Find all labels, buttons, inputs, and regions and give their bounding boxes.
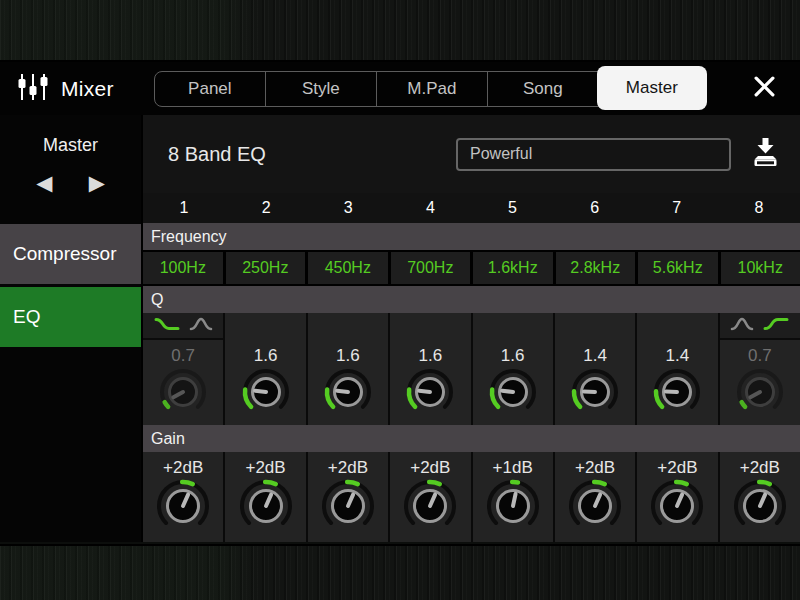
peak-icon[interactable]: [730, 316, 754, 336]
q-knob-band-8[interactable]: [734, 366, 786, 422]
q-value-band-6: 1.4: [583, 340, 607, 366]
q-knob-row: 0.71.61.61.61.61.41.40.7: [143, 313, 800, 425]
gain-value-band-7: +2dB: [657, 452, 697, 478]
filter-strip-spacer: [473, 313, 553, 340]
gain-value-band-8: +2dB: [740, 452, 780, 478]
tab-master[interactable]: Master: [597, 66, 707, 110]
tab-song[interactable]: Song: [487, 72, 598, 106]
eq-panel: 8 Band EQ Powerful: [143, 115, 800, 542]
gain-value-band-6: +2dB: [575, 452, 615, 478]
q-cell-band-6: 1.4: [555, 313, 635, 425]
sidebar: Master ◀ ▶ CompressorEQ: [0, 115, 143, 542]
q-knob-band-2[interactable]: [240, 366, 292, 422]
gain-knob-band-1[interactable]: [155, 478, 211, 538]
next-channel-button[interactable]: ▶: [89, 172, 105, 193]
gain-cell-band-3: +2dB: [308, 452, 388, 542]
frequency-value-band-2[interactable]: 250Hz: [226, 252, 306, 284]
hardware-bezel-bottom: [0, 544, 800, 600]
q-value-band-8: 0.7: [748, 340, 772, 366]
q-knob-band-7[interactable]: [651, 366, 703, 422]
high-shelf-icon[interactable]: [763, 316, 789, 336]
gain-knob-band-7[interactable]: [649, 478, 705, 538]
frequency-value-band-5[interactable]: 1.6kHz: [473, 252, 553, 284]
frequency-value-band-1[interactable]: 100Hz: [143, 252, 223, 284]
q-knob-band-6[interactable]: [569, 366, 621, 422]
gain-knob-row: +2dB+2dB+2dB+2dB+1dB+2dB+2dB+2dB: [143, 452, 800, 542]
q-knob-band-5[interactable]: [487, 366, 539, 422]
gain-knob-band-2[interactable]: [238, 478, 294, 538]
q-value-band-1: 0.7: [171, 340, 195, 366]
gain-cell-band-6: +2dB: [555, 452, 635, 542]
frequency-value-band-6[interactable]: 2.8kHz: [556, 252, 636, 284]
filter-strip-spacer: [225, 313, 305, 340]
band-number-row: 12345678: [143, 193, 800, 223]
hardware-bezel-top: [0, 0, 800, 62]
q-row-header: Q: [143, 286, 800, 313]
q-cell-band-3: 1.6: [308, 313, 388, 425]
q-value-band-5: 1.6: [501, 340, 525, 366]
gain-knob-band-6[interactable]: [567, 478, 623, 538]
gain-cell-band-4: +2dB: [390, 452, 470, 542]
band-number: 7: [636, 193, 718, 223]
gain-cell-band-7: +2dB: [637, 452, 717, 542]
filter-strip-spacer: [555, 313, 635, 340]
q-value-band-4: 1.6: [418, 340, 442, 366]
gain-value-band-2: +2dB: [245, 452, 285, 478]
prev-channel-button[interactable]: ◀: [36, 172, 52, 193]
sidebar-item-compressor[interactable]: Compressor: [0, 224, 141, 284]
tab-panel[interactable]: Panel: [155, 72, 265, 106]
preset-selector[interactable]: Powerful: [456, 138, 731, 171]
channel-label: Master: [0, 135, 141, 156]
frequency-value-band-8[interactable]: 10kHz: [721, 252, 800, 284]
mixer-faders-icon: [16, 72, 50, 106]
q-cell-band-7: 1.4: [637, 313, 717, 425]
sidebar-item-eq[interactable]: EQ: [0, 287, 141, 347]
q-cell-band-1: 0.7: [143, 313, 223, 425]
q-knob-band-4[interactable]: [404, 366, 456, 422]
q-knob-band-1[interactable]: [157, 366, 209, 422]
band-number: 6: [554, 193, 636, 223]
tab-style[interactable]: Style: [265, 72, 376, 106]
filter-type-toggle-band-1[interactable]: [143, 313, 223, 340]
gain-value-band-3: +2dB: [328, 452, 368, 478]
save-button[interactable]: [749, 136, 782, 172]
close-icon: [752, 74, 777, 103]
tab-mpad[interactable]: M.Pad: [376, 72, 487, 106]
filter-type-toggle-band-8[interactable]: [720, 313, 800, 340]
gain-value-band-4: +2dB: [410, 452, 450, 478]
q-knob-band-3[interactable]: [322, 366, 374, 422]
touchscreen: Mixer PanelStyleM.PadSongMaster Master ◀: [0, 62, 800, 542]
frequency-value-band-3[interactable]: 450Hz: [308, 252, 388, 284]
q-cell-band-2: 1.6: [225, 313, 305, 425]
mixer-screen: Mixer PanelStyleM.PadSongMaster Master ◀: [0, 0, 800, 600]
peak-icon[interactable]: [189, 316, 213, 336]
mixer-tab-group: PanelStyleM.PadSongMaster: [154, 71, 707, 107]
q-cell-band-4: 1.6: [390, 313, 470, 425]
frequency-value-band-4[interactable]: 700Hz: [391, 252, 471, 284]
channel-picker: Master ◀ ▶: [0, 115, 141, 224]
gain-knob-band-8[interactable]: [732, 478, 788, 538]
preset-name: Powerful: [470, 145, 532, 163]
frequency-value-row: 100Hz250Hz450Hz700Hz1.6kHz2.8kHz5.6kHz10…: [143, 250, 800, 286]
band-number: 2: [225, 193, 307, 223]
filter-strip-spacer: [308, 313, 388, 340]
save-icon: [749, 136, 782, 172]
q-cell-band-8: 0.7: [720, 313, 800, 425]
gain-cell-band-8: +2dB: [720, 452, 800, 542]
gain-knob-band-3[interactable]: [320, 478, 376, 538]
app-title: Mixer: [61, 77, 114, 101]
gain-cell-band-1: +2dB: [143, 452, 223, 542]
gain-row-header: Gain: [143, 425, 800, 452]
frequency-row-header: Frequency: [143, 223, 800, 250]
gain-knob-band-5[interactable]: [485, 478, 541, 538]
q-cell-band-5: 1.6: [473, 313, 553, 425]
band-number: 4: [389, 193, 471, 223]
gain-cell-band-2: +2dB: [225, 452, 305, 542]
low-shelf-icon[interactable]: [154, 316, 180, 336]
close-button[interactable]: [744, 69, 784, 109]
band-number: 3: [307, 193, 389, 223]
frequency-value-band-7[interactable]: 5.6kHz: [638, 252, 718, 284]
gain-knob-band-4[interactable]: [402, 478, 458, 538]
band-number: 5: [472, 193, 554, 223]
q-value-band-3: 1.6: [336, 340, 360, 366]
